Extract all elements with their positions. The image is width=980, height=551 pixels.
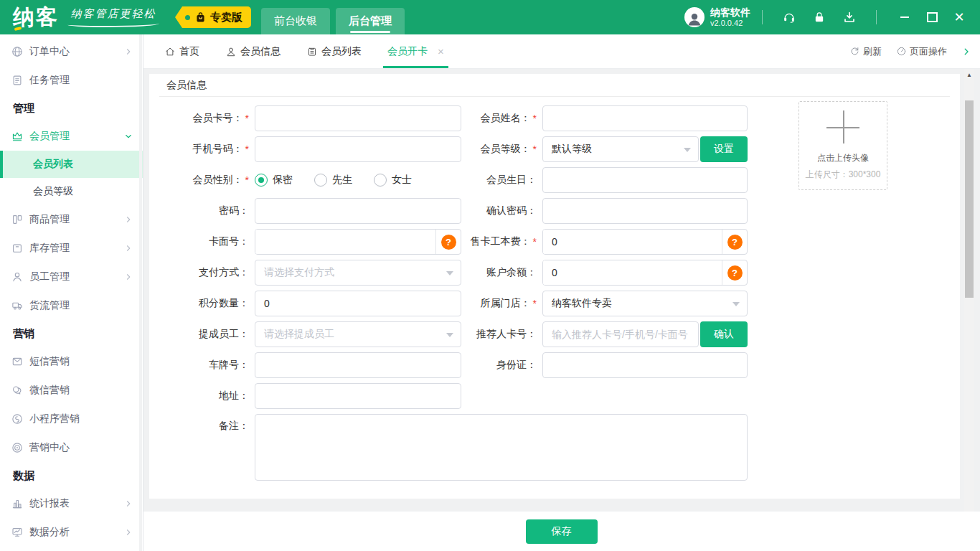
payment-method-value: 请选择支付方式 <box>264 266 334 279</box>
required-asterisk: * <box>533 298 537 309</box>
tab-home[interactable]: 首页 <box>164 34 199 68</box>
help-icon[interactable]: ? <box>727 235 743 250</box>
sidebar-item-miniprogram-marketing[interactable]: 小程序营销 <box>0 405 143 433</box>
miniprogram-icon <box>11 413 24 425</box>
sidebar-item-goods-management[interactable]: 商品管理 <box>0 205 143 234</box>
gender-radio-0[interactable]: 保密 <box>255 174 293 187</box>
tab-member-open-card[interactable]: 会员开卡× <box>387 34 444 68</box>
card-face-no-input[interactable] <box>255 230 435 254</box>
sidebar-item-sms-marketing[interactable]: 短信营销 <box>0 347 143 376</box>
sidebar-item-task-management[interactable]: 任务管理 <box>0 66 143 95</box>
wechat-icon <box>11 384 24 397</box>
lock-icon[interactable] <box>812 10 826 24</box>
sidebar-item-label: 数据分析 <box>29 526 70 539</box>
refresh-button[interactable]: 刷新 <box>849 45 882 58</box>
goods-icon <box>11 213 24 226</box>
points-amount-input[interactable] <box>255 291 461 316</box>
avatar-upload-box[interactable]: 点击上传头像 上传尺寸：300*300 <box>798 101 887 190</box>
password-input[interactable] <box>255 198 461 224</box>
close-button[interactable]: ✕ <box>948 6 970 28</box>
logistics-icon <box>11 299 24 312</box>
staff-icon <box>11 270 24 283</box>
page-ops-button[interactable]: 页面操作 <box>896 45 947 58</box>
commission-staff-value: 请选择提成员工 <box>264 328 334 341</box>
download-icon[interactable] <box>842 10 857 24</box>
backend-manage-button[interactable]: 后台管理 <box>336 8 405 34</box>
tab-close-icon[interactable]: × <box>438 45 444 57</box>
shopping-bag-icon <box>194 11 207 24</box>
member-level-select[interactable]: 默认等级 <box>542 136 699 162</box>
chevron-down-icon <box>124 132 133 141</box>
tab-member-list[interactable]: 会员列表 <box>306 34 362 68</box>
help-icon[interactable]: ? <box>727 265 743 281</box>
help-icon[interactable]: ? <box>441 235 456 250</box>
tab-member-info[interactable]: 会员信息 <box>225 34 281 68</box>
edition-badge: 专卖版 <box>175 6 251 28</box>
header-divider <box>762 10 763 24</box>
required-asterisk: * <box>245 174 249 186</box>
sidebar-item-staff-management[interactable]: 员工管理 <box>0 263 143 291</box>
scroll-up-arrow-icon[interactable]: ▲ <box>964 68 974 78</box>
gender-radio-group: 保密先生女士 <box>255 174 412 187</box>
address-input[interactable] <box>255 383 461 409</box>
remarks-textarea[interactable] <box>255 414 748 481</box>
sidebar-section-marketing: 营销 <box>0 320 143 347</box>
account-balance-label: 账户余额： <box>461 266 542 279</box>
card-cost-fee-input[interactable] <box>543 230 722 254</box>
page-ops-icon <box>896 46 907 57</box>
sidebar-item-logistics-management[interactable]: 货流管理 <box>0 291 143 320</box>
id-card-input[interactable] <box>542 352 748 378</box>
confirm-password-input[interactable] <box>542 198 748 224</box>
sms-icon <box>11 355 24 368</box>
store-label: 所属门店：* <box>461 297 542 310</box>
user-chip[interactable]: 纳客软件 v2.0.0.42 <box>684 6 750 28</box>
main-scrollbar[interactable]: ▲ <box>964 68 974 512</box>
sidebar-item-data-analysis[interactable]: 数据分析 <box>0 518 143 547</box>
sidebar-item-inventory-management[interactable]: 库存管理 <box>0 234 143 263</box>
member-card-no-input[interactable] <box>255 105 461 131</box>
tab-label: 会员开卡 <box>387 45 428 58</box>
sidebar-item-order-center[interactable]: 订单中心 <box>0 37 143 66</box>
tab-label: 首页 <box>179 45 199 58</box>
sidebar-item-wechat-marketing[interactable]: 微信营销 <box>0 376 143 405</box>
front-cashier-button[interactable]: 前台收银 <box>261 8 330 34</box>
sidebar-item-member-list[interactable]: 会员列表 <box>0 151 143 178</box>
account-balance-input[interactable] <box>543 260 722 285</box>
payment-method-select[interactable]: 请选择支付方式 <box>255 260 461 286</box>
store-select[interactable]: 纳客软件专卖 <box>542 291 748 316</box>
maximize-button[interactable] <box>921 6 943 28</box>
sidebar-item-stats-report[interactable]: 统计报表 <box>0 489 143 518</box>
sidebar-item-member-management[interactable]: 会员管理 <box>0 122 143 151</box>
sidebar: 订单中心任务管理管理会员管理会员列表会员等级商品管理库存管理员工管理货流管理营销… <box>0 34 143 551</box>
minimize-button[interactable] <box>894 6 915 28</box>
sidebar-section-data: 数据 <box>0 462 143 489</box>
user-icon <box>225 46 237 57</box>
badge-hole <box>185 15 190 20</box>
gender-radio-2[interactable]: 女士 <box>374 174 412 187</box>
level-set-button[interactable]: 设置 <box>700 136 748 162</box>
sidebar-item-member-level[interactable]: 会员等级 <box>0 178 143 205</box>
radio-label: 保密 <box>273 174 293 187</box>
referrer-confirm-button[interactable]: 确认 <box>700 321 748 347</box>
support-headset-icon[interactable] <box>782 10 796 24</box>
commission-staff-select[interactable]: 请选择提成员工 <box>255 321 461 347</box>
phone-number-input[interactable] <box>255 136 461 162</box>
scrollbar-thumb[interactable] <box>965 100 974 298</box>
page-ops-expand-icon[interactable] <box>961 47 971 57</box>
member-form-panel: 会员信息 会员卡号：*会员姓名：*手机号码：*会员等级：*默认等级设置会员性别：… <box>149 74 960 499</box>
password-label: 密码： <box>161 204 255 217</box>
required-asterisk: * <box>245 113 249 124</box>
save-button[interactable]: 保存 <box>526 519 598 544</box>
upload-hint: 上传尺寸：300*300 <box>806 169 881 181</box>
plate-number-input[interactable] <box>255 352 461 378</box>
gender-radio-1[interactable]: 先生 <box>314 174 352 187</box>
sidebar-scrollbar[interactable] <box>139 34 142 551</box>
member-name-input[interactable] <box>542 105 748 131</box>
chevron-right-icon <box>124 273 133 281</box>
birthday-input[interactable] <box>542 167 748 193</box>
tab-actions: 刷新 页面操作 <box>849 45 971 58</box>
slogan: 纳客管店更轻松 <box>67 7 159 27</box>
sidebar-item-label: 任务管理 <box>29 74 70 87</box>
referrer-card-no-input[interactable] <box>542 321 699 347</box>
sidebar-item-marketing-center[interactable]: 营销中心 <box>0 433 143 462</box>
